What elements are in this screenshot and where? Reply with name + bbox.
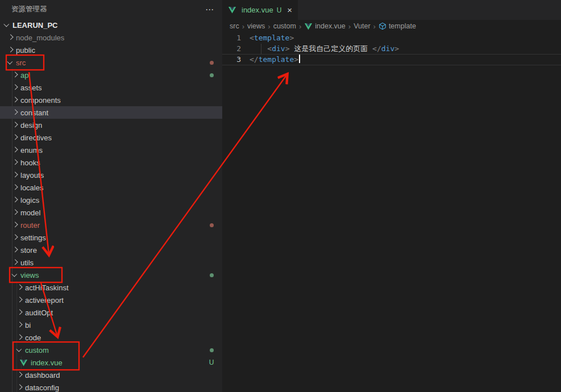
- tree-item-label: hooks: [20, 159, 40, 167]
- tree-item-label: enums: [20, 146, 43, 155]
- tree-item-views[interactable]: views: [0, 269, 222, 281]
- chevron-right-icon: [15, 320, 24, 330]
- chevron-right-icon: [10, 120, 19, 130]
- chevron-right-icon: [15, 308, 24, 317]
- close-icon[interactable]: ×: [287, 6, 292, 14]
- tree-item-model[interactable]: model: [0, 206, 222, 219]
- chevron-right-icon: [10, 108, 19, 117]
- breadcrumb-separator: ›: [299, 22, 301, 31]
- tree-item-index.vue[interactable]: index.vueU: [0, 356, 222, 369]
- tree-item-label: node_modules: [16, 34, 64, 42]
- breadcrumb-label: index.vue: [315, 22, 346, 30]
- breadcrumb-item-Vuter[interactable]: Vuter: [354, 22, 370, 30]
- tree-item-label: components: [20, 96, 61, 105]
- tree-item-code[interactable]: code: [0, 331, 222, 344]
- root-folder-label: LEARUN_PC: [13, 21, 57, 30]
- tree-item-constant[interactable]: constant: [0, 106, 222, 119]
- tree-item-activereport[interactable]: activereport: [0, 294, 222, 306]
- breadcrumb-label: views: [247, 22, 265, 30]
- tree-item-store[interactable]: store: [0, 244, 222, 256]
- tree-item-label: code: [25, 333, 41, 342]
- breadcrumb-item-custom[interactable]: custom: [273, 22, 296, 30]
- line-number: 2: [222, 43, 250, 54]
- tree-item-auditOpt[interactable]: auditOpt: [0, 306, 222, 319]
- tree-item-locales[interactable]: locales: [0, 181, 222, 194]
- code-editor[interactable]: 1<template>2 <div> 这是我自己定义的页面 </div>3</t…: [222, 32, 561, 65]
- breadcrumb-separator: ›: [348, 22, 351, 31]
- chevron-right-icon: [10, 83, 19, 92]
- tree-item-router[interactable]: router: [0, 219, 222, 231]
- tab-bar: index.vue U ×: [222, 0, 561, 20]
- tree-item-label: dataconfig: [25, 383, 59, 392]
- tree-item-settings[interactable]: settings: [0, 231, 222, 244]
- chevron-right-icon: [10, 195, 19, 205]
- git-change-dot: [210, 273, 214, 277]
- chevron-right-icon: [15, 333, 24, 342]
- git-decoration: [208, 273, 215, 277]
- chevron-right-icon: [10, 145, 19, 155]
- tree-item-label: constant: [20, 109, 48, 117]
- tree-item-api[interactable]: api: [0, 69, 222, 81]
- tree-item-layouts[interactable]: layouts: [0, 169, 222, 181]
- breadcrumb-item-views[interactable]: views: [247, 22, 265, 30]
- breadcrumb-item-template[interactable]: template: [379, 22, 416, 30]
- breadcrumb-separator: ›: [268, 22, 270, 31]
- tab-index-vue[interactable]: index.vue U ×: [222, 0, 298, 20]
- tree-item-components[interactable]: components: [0, 94, 222, 106]
- breadcrumb-label: src: [230, 22, 239, 30]
- git-change-dot: [210, 223, 214, 227]
- tree-item-label: src: [16, 59, 26, 67]
- tree-item-label: router: [20, 221, 40, 230]
- tree-item-node_modules[interactable]: node_modules: [0, 31, 222, 44]
- tree-item-dataconfig[interactable]: dataconfig: [0, 381, 222, 392]
- tree-item-label: assets: [20, 84, 42, 92]
- chevron-right-icon: [10, 95, 19, 105]
- tree-item-label: public: [16, 46, 35, 55]
- line-number: 1: [222, 32, 250, 43]
- tree-item-label: model: [20, 208, 40, 217]
- tree-item-bi[interactable]: bi: [0, 319, 222, 331]
- tree-item-utils[interactable]: utils: [0, 256, 222, 269]
- code-line-2: 2 <div> 这是我自己定义的页面 </div>: [222, 43, 561, 54]
- chevron-down-icon: [6, 58, 15, 67]
- tree-item-label: settings: [20, 233, 46, 242]
- tree-item-label: utils: [20, 258, 34, 267]
- breadcrumb-item-index.vue[interactable]: index.vue: [304, 22, 346, 31]
- more-actions-icon[interactable]: ⋯: [205, 5, 214, 14]
- tree-item-dashboard[interactable]: dashboard: [0, 369, 222, 381]
- git-decoration: [208, 73, 215, 77]
- breadcrumb-separator: ›: [373, 22, 376, 31]
- breadcrumb-separator: ›: [242, 22, 244, 31]
- file-tree: node_modulespublicsrcapiassetscomponents…: [0, 31, 222, 392]
- code-line-1: 1<template>: [222, 32, 561, 43]
- git-untracked-badge: U: [209, 358, 214, 366]
- chevron-right-icon: [10, 183, 19, 192]
- tree-item-assets[interactable]: assets: [0, 81, 222, 94]
- tree-item-hooks[interactable]: hooks: [0, 156, 222, 169]
- chevron-right-icon: [10, 258, 19, 267]
- chevron-right-icon: [10, 133, 19, 142]
- git-change-dot: [210, 73, 214, 77]
- breadcrumb-item-src[interactable]: src: [230, 22, 239, 30]
- tree-item-public[interactable]: public: [0, 44, 222, 56]
- tree-item-design[interactable]: design: [0, 119, 222, 131]
- tree-item-actHiTaskinst[interactable]: actHiTaskinst: [0, 281, 222, 294]
- tree-item-enums[interactable]: enums: [0, 144, 222, 156]
- chevron-right-icon: [10, 158, 19, 167]
- tree-item-label: index.vue: [31, 358, 63, 367]
- tree-item-logics[interactable]: logics: [0, 194, 222, 206]
- code-text: <div> 这是我自己定义的页面 </div>: [250, 43, 399, 54]
- git-decoration: [208, 61, 215, 65]
- breadcrumb-label: custom: [273, 22, 296, 30]
- tree-root-folder[interactable]: LEARUN_PC: [0, 19, 222, 31]
- git-decoration: U: [208, 358, 215, 366]
- tree-item-label: design: [20, 121, 42, 130]
- symbol-template-icon: [379, 22, 387, 30]
- tree-item-label: locales: [20, 184, 43, 192]
- tree-item-src[interactable]: src: [0, 56, 222, 69]
- text-cursor: [299, 55, 300, 63]
- chevron-right-icon: [15, 295, 24, 305]
- tree-item-directives[interactable]: directives: [0, 131, 222, 144]
- breadcrumb-label: Vuter: [354, 22, 370, 30]
- tree-item-custom[interactable]: custom: [0, 344, 222, 356]
